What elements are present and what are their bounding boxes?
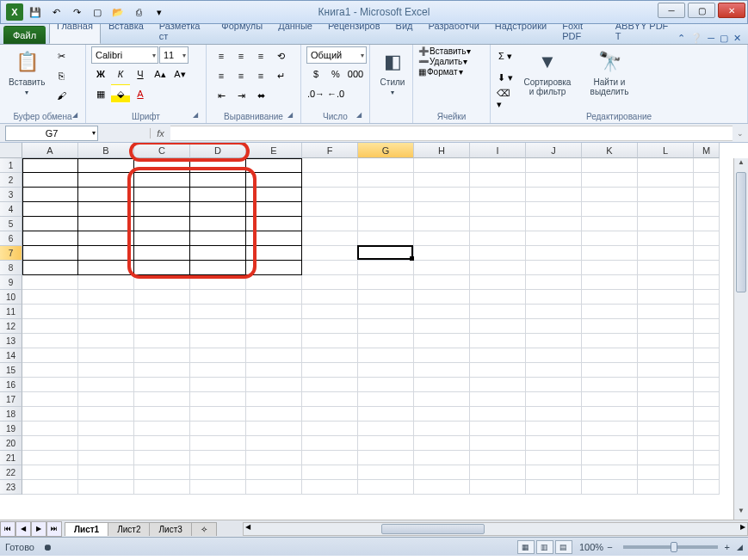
cell[interactable] <box>246 451 302 465</box>
align-bottom-icon[interactable]: ≡ <box>251 46 270 65</box>
row-header[interactable]: 20 <box>0 436 22 451</box>
cell[interactable] <box>246 188 302 202</box>
cell[interactable] <box>78 290 134 305</box>
cell[interactable] <box>582 465 638 480</box>
row-header[interactable]: 23 <box>0 480 22 495</box>
cell[interactable] <box>582 480 638 495</box>
cell[interactable] <box>414 275 470 290</box>
cell[interactable] <box>190 173 246 188</box>
cell[interactable] <box>302 319 358 334</box>
format-cells-button[interactable]: ▦Формат ▾ <box>418 67 463 77</box>
cell[interactable] <box>190 188 246 202</box>
cell[interactable] <box>414 334 470 348</box>
cell[interactable] <box>358 158 414 173</box>
cell[interactable] <box>694 188 720 202</box>
grow-font-icon[interactable]: A▴ <box>151 65 170 83</box>
cell[interactable] <box>526 392 582 407</box>
cell[interactable] <box>526 305 582 319</box>
cell[interactable] <box>582 188 638 202</box>
row-header[interactable]: 2 <box>0 173 22 188</box>
cell[interactable] <box>302 158 358 173</box>
cell[interactable] <box>582 202 638 217</box>
cell[interactable] <box>134 173 190 188</box>
cell[interactable] <box>526 319 582 334</box>
cell[interactable] <box>414 465 470 480</box>
cell[interactable] <box>470 363 526 378</box>
cell[interactable] <box>582 217 638 231</box>
row-header[interactable]: 7 <box>0 246 22 261</box>
scroll-right-icon[interactable]: ▶ <box>740 523 745 531</box>
launcher-icon[interactable]: ◢ <box>190 111 201 121</box>
cell[interactable] <box>302 378 358 392</box>
cell[interactable] <box>78 319 134 334</box>
cell[interactable] <box>134 290 190 305</box>
cell[interactable] <box>190 275 246 290</box>
launcher-icon[interactable]: ◢ <box>285 111 295 121</box>
cell[interactable] <box>694 319 720 334</box>
insert-cells-button[interactable]: ➕Вставить ▾ <box>418 46 471 56</box>
align-middle-icon[interactable]: ≡ <box>232 46 250 65</box>
cell[interactable] <box>470 158 526 173</box>
scroll-down-icon[interactable]: ▼ <box>734 507 748 520</box>
cell[interactable] <box>694 231 720 246</box>
cell[interactable] <box>526 334 582 348</box>
cell[interactable] <box>526 480 582 495</box>
cell[interactable] <box>582 158 638 173</box>
cell[interactable] <box>78 465 134 480</box>
column-header[interactable]: H <box>414 143 470 158</box>
cell[interactable] <box>78 275 134 290</box>
cell[interactable] <box>694 202 720 217</box>
cell[interactable] <box>638 319 694 334</box>
cell[interactable] <box>134 407 190 422</box>
cell[interactable] <box>414 407 470 422</box>
cell[interactable] <box>358 392 414 407</box>
cell[interactable] <box>190 465 246 480</box>
row-header[interactable]: 13 <box>0 334 22 348</box>
cell[interactable] <box>246 246 302 261</box>
cell[interactable] <box>190 217 246 231</box>
cell[interactable] <box>22 261 78 275</box>
sheet-first-icon[interactable]: ⏮ <box>0 521 15 537</box>
cell[interactable] <box>638 188 694 202</box>
cell[interactable] <box>190 480 246 495</box>
cell[interactable] <box>470 261 526 275</box>
cell[interactable] <box>302 202 358 217</box>
cut-icon[interactable]: ✂ <box>52 46 71 65</box>
cell[interactable] <box>694 407 720 422</box>
cell[interactable] <box>526 407 582 422</box>
hscroll-thumb[interactable] <box>381 524 485 534</box>
increase-decimal-icon[interactable]: .0→ <box>306 84 325 103</box>
cell[interactable] <box>414 217 470 231</box>
cell[interactable] <box>302 246 358 261</box>
cell[interactable] <box>694 392 720 407</box>
row-header[interactable]: 4 <box>0 202 22 217</box>
cell[interactable] <box>302 451 358 465</box>
cell[interactable] <box>78 480 134 495</box>
cell[interactable] <box>414 422 470 436</box>
save-icon[interactable]: 💾 <box>27 3 44 21</box>
row-header[interactable]: 19 <box>0 422 22 436</box>
scroll-up-icon[interactable]: ▲ <box>734 158 748 171</box>
cell[interactable] <box>78 436 134 451</box>
cell[interactable] <box>358 480 414 495</box>
cell[interactable] <box>470 422 526 436</box>
cell[interactable] <box>190 305 246 319</box>
window-close-icon[interactable]: ✕ <box>733 33 741 44</box>
cell[interactable] <box>414 202 470 217</box>
cell[interactable] <box>246 407 302 422</box>
cell[interactable] <box>414 378 470 392</box>
cell[interactable] <box>414 436 470 451</box>
column-header[interactable]: C <box>134 143 190 158</box>
cell[interactable] <box>582 290 638 305</box>
cell[interactable] <box>134 246 190 261</box>
cell[interactable] <box>414 348 470 363</box>
print-icon[interactable]: ⎙ <box>130 3 147 21</box>
align-top-icon[interactable]: ≡ <box>212 46 231 65</box>
cell[interactable] <box>694 363 720 378</box>
cell[interactable] <box>190 202 246 217</box>
cell[interactable] <box>22 319 78 334</box>
cell[interactable] <box>582 392 638 407</box>
cell[interactable] <box>414 158 470 173</box>
cell[interactable] <box>22 231 78 246</box>
cell[interactable] <box>78 158 134 173</box>
